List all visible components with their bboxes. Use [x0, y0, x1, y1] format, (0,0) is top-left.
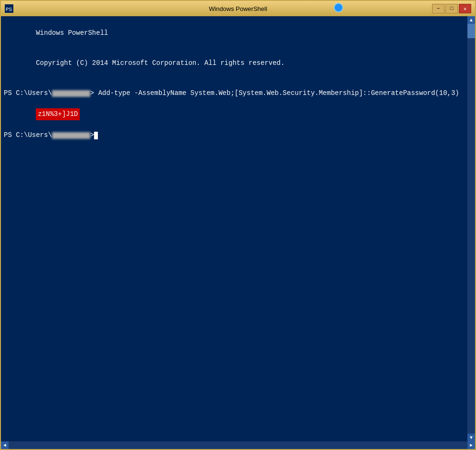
cortana-icon[interactable]	[334, 3, 343, 12]
window-controls: − □ ✕	[432, 4, 471, 13]
title-bar-left: PS	[5, 4, 13, 13]
username-blur-2	[52, 132, 90, 139]
prompt1-prefix: PS C:\Users\	[4, 88, 52, 98]
scroll-track[interactable]	[467, 24, 475, 434]
scroll-left-arrow[interactable]: ◄	[1, 441, 9, 449]
console-content: Windows PowerShell Copyright (C) 2014 Mi…	[4, 18, 472, 140]
powershell-icon: PS	[5, 4, 13, 13]
console-prompt-1: PS C:\Users\> Add-type -AssemblyName Sys…	[4, 88, 463, 98]
title-bar: PS Windows PowerShell − □ ✕	[1, 1, 475, 16]
maximize-button[interactable]: □	[445, 4, 458, 13]
prompt2-arrow: >	[90, 130, 94, 140]
scroll-up-arrow[interactable]: ▲	[467, 16, 475, 24]
console-line-2: Copyright (C) 2014 Microsoft Corporation…	[4, 48, 463, 78]
console-output-line: z1N%3+]J1D	[4, 98, 463, 130]
windows-powershell-text: Windows PowerShell	[36, 29, 108, 37]
cursor	[94, 132, 98, 139]
console-line-1: Windows PowerShell	[4, 18, 463, 48]
scroll-right-arrow[interactable]: ►	[467, 441, 475, 449]
password-output: z1N%3+]J1D	[36, 108, 80, 120]
console-line-3	[4, 78, 463, 88]
copyright-text: Copyright (C) 2014 Microsoft Corporation…	[36, 59, 285, 67]
svg-text:PS: PS	[6, 7, 12, 12]
minimize-button[interactable]: −	[432, 4, 444, 13]
window-title: Windows PowerShell	[209, 5, 267, 12]
console-prompt-2: PS C:\Users\>	[4, 130, 463, 140]
prompt2-prefix: PS C:\Users\	[4, 130, 52, 140]
vertical-scrollbar[interactable]: ▲ ▼	[467, 16, 475, 441]
scroll-horizontal-track[interactable]	[9, 441, 467, 449]
scroll-down-arrow[interactable]: ▼	[467, 434, 475, 441]
close-button[interactable]: ✕	[459, 4, 471, 13]
console-area[interactable]: Windows PowerShell Copyright (C) 2014 Mi…	[1, 16, 475, 441]
prompt1-suffix: > Add-type -AssemblyName System.Web;[Sys…	[90, 88, 459, 98]
username-blur-1	[52, 90, 90, 97]
powershell-window: PS Windows PowerShell − □ ✕ Windows Powe…	[0, 0, 476, 450]
horizontal-scrollbar[interactable]: ◄ ►	[1, 441, 475, 449]
scroll-thumb[interactable]	[467, 24, 475, 38]
